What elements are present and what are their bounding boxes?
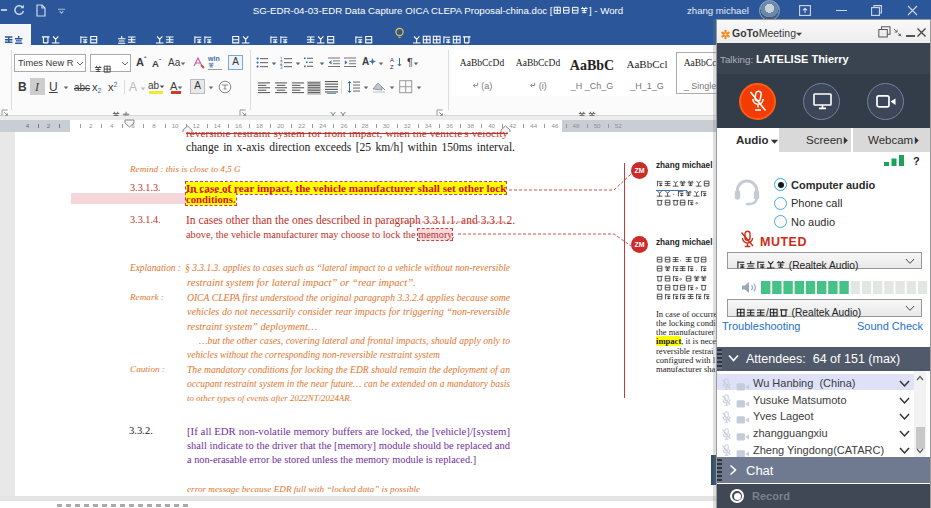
- svg-text:3: 3: [280, 65, 283, 69]
- svg-text:A: A: [390, 57, 394, 63]
- svg-text:Z: Z: [390, 64, 394, 70]
